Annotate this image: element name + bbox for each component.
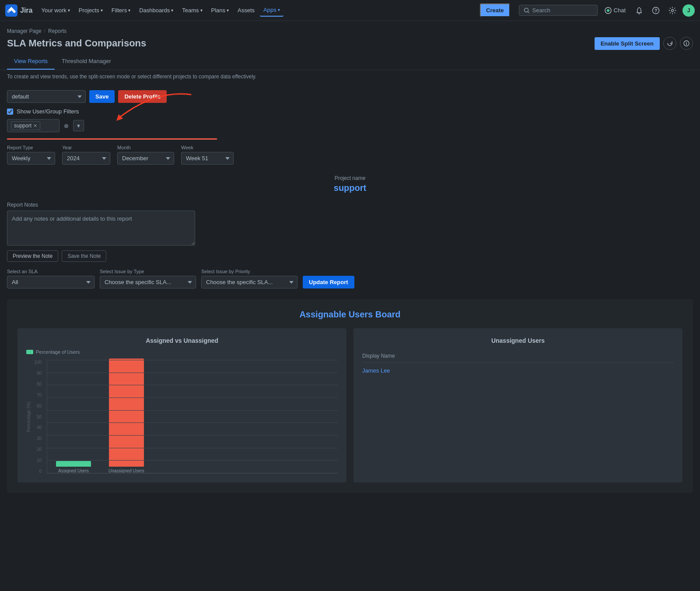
issue-type-select[interactable]: Choose the specific SLA...: [100, 276, 196, 288]
settings-button[interactable]: [666, 4, 679, 17]
avatar[interactable]: J: [682, 4, 695, 17]
show-filters-checkbox[interactable]: [7, 109, 13, 115]
table-row: James Lee: [362, 363, 674, 379]
tag-remove-button[interactable]: ✕: [33, 123, 37, 129]
bar-assigned-label: Assigned Users: [58, 468, 89, 473]
split-screen-button[interactable]: Enable Split Screen: [595, 37, 660, 50]
help-button[interactable]: ?: [649, 4, 662, 17]
chevron-down-icon: ▾: [68, 8, 70, 13]
col-display-name: Display Name: [362, 349, 674, 363]
user-james-lee[interactable]: James Lee: [362, 367, 390, 374]
project-name-section: Project name support: [7, 175, 693, 193]
nav-projects[interactable]: Projects ▾: [75, 4, 106, 16]
create-button[interactable]: Create: [480, 4, 510, 17]
profile-section: default Save Delete Profile: [7, 90, 693, 103]
preview-note-button[interactable]: Preview the Note: [7, 250, 58, 262]
page-header: Manager Page / Reports SLA Metrics and C…: [0, 21, 700, 53]
nav-assets[interactable]: Assets: [234, 4, 258, 16]
show-filters-label[interactable]: Show User/Group Filters: [17, 108, 79, 115]
chart-legend: Percentage of Users: [26, 349, 338, 355]
assignable-users-board: Assignable Users Board Assigned vs Unass…: [7, 299, 693, 493]
notes-actions: Preview the Note Save the Note: [7, 250, 693, 262]
bar-unassigned: Unassigned Users: [108, 359, 144, 473]
issue-priority-label: Select Issue by Priority: [201, 269, 298, 274]
chevron-down-icon: ▾: [278, 7, 280, 12]
delete-profile-button[interactable]: Delete Profile: [118, 90, 167, 103]
year-select[interactable]: 2024 2023 2022: [62, 152, 110, 165]
unassigned-users-table: Display Name James Lee: [362, 349, 674, 379]
nav-apps[interactable]: Apps ▾: [260, 4, 284, 17]
legend-swatch: [26, 350, 33, 354]
save-button[interactable]: Save: [89, 90, 115, 103]
week-label: Week: [181, 145, 234, 150]
grid-lines: [47, 360, 338, 473]
red-underline: [7, 138, 217, 140]
report-type-select[interactable]: Weekly Monthly Yearly: [7, 152, 55, 165]
chevron-down-icon: ▾: [227, 8, 229, 13]
year-group: Year 2024 2023 2022: [62, 145, 110, 165]
nav-right-section: Search Chat ? J: [519, 4, 695, 17]
nav-your-work[interactable]: Your work ▾: [38, 4, 73, 16]
page-title-row: SLA Metrics and Comparisons Enable Split…: [7, 37, 693, 50]
profile-select[interactable]: default: [7, 90, 86, 103]
legend-label: Percentage of Users: [36, 349, 80, 355]
refresh-button[interactable]: [663, 37, 676, 50]
sla-select-label: Select an SLA: [7, 269, 94, 274]
info-button[interactable]: [680, 37, 693, 50]
notifications-button[interactable]: [633, 4, 646, 17]
chevron-down-icon: ▾: [101, 8, 103, 13]
tag-clear-button[interactable]: ⊗: [62, 122, 70, 130]
filter-checkbox-row: Show User/Group Filters: [7, 108, 693, 115]
support-tag: support ✕: [11, 121, 40, 130]
tabs-row: View Reports Threshold Manager: [0, 53, 700, 70]
search-placeholder: Search: [532, 7, 550, 14]
y-axis-label: Percentage (%): [26, 360, 31, 474]
bar-unassigned-block: [109, 359, 144, 467]
tag-dropdown-button[interactable]: ▾: [73, 120, 84, 131]
search-box[interactable]: Search: [519, 5, 598, 16]
tab-threshold-manager[interactable]: Threshold Manager: [55, 53, 118, 70]
tab-view-reports[interactable]: View Reports: [7, 53, 55, 70]
nav-filters[interactable]: Filters ▾: [108, 4, 134, 16]
issue-type-group: Select Issue by Type Choose the specific…: [100, 269, 196, 288]
notes-textarea[interactable]: [7, 211, 195, 246]
table-title: Unassigned Users: [362, 337, 674, 344]
bar-assigned: Assigned Users: [56, 461, 91, 473]
project-name-value: support: [7, 183, 693, 193]
month-select[interactable]: December November October: [117, 152, 174, 165]
save-note-button[interactable]: Save the Note: [62, 250, 106, 262]
svg-rect-0: [5, 4, 18, 17]
nav-dashboards[interactable]: Dashboards ▾: [136, 4, 177, 16]
issue-type-label: Select Issue by Type: [100, 269, 196, 274]
report-type-row: Report Type Weekly Monthly Yearly Year 2…: [7, 145, 693, 165]
breadcrumb: Manager Page / Reports: [7, 28, 693, 34]
page-title: SLA Metrics and Comparisons: [7, 38, 146, 49]
week-select[interactable]: Week 51 Week 50 Week 49: [181, 152, 234, 165]
bell-icon: [635, 7, 643, 14]
search-icon: [524, 7, 530, 14]
report-type-label: Report Type: [7, 145, 55, 150]
chevron-down-icon: ▾: [128, 8, 130, 13]
issue-priority-select[interactable]: Choose the specific SLA...: [201, 276, 298, 288]
bar-unassigned-label: Unassigned Users: [108, 468, 144, 473]
chevron-down-icon: ▾: [200, 8, 203, 13]
breadcrumb-manager-page[interactable]: Manager Page: [7, 28, 42, 34]
help-icon: ?: [652, 7, 660, 14]
title-actions: Enable Split Screen: [595, 37, 693, 50]
nav-teams[interactable]: Teams ▾: [178, 4, 206, 16]
report-notes-label: Report Notes: [7, 202, 693, 208]
breadcrumb-reports: Reports: [48, 28, 66, 34]
chat-button[interactable]: Chat: [601, 4, 629, 17]
description-bar: To create and view trends, use the split…: [0, 70, 700, 83]
update-report-button[interactable]: Update Report: [303, 276, 354, 288]
nav-plans[interactable]: Plans ▾: [208, 4, 233, 16]
tag-input[interactable]: support ✕: [7, 119, 60, 132]
issue-priority-group: Select Issue by Priority Choose the spec…: [201, 269, 298, 288]
chevron-down-icon: ▾: [171, 8, 173, 13]
jira-logo[interactable]: Jira: [5, 4, 32, 17]
chart-panel: Assigned vs Unassigned Percentage of Use…: [18, 328, 346, 482]
sla-select[interactable]: All: [7, 276, 94, 288]
svg-point-3: [607, 9, 609, 12]
month-label: Month: [117, 145, 174, 150]
profile-row: default Save Delete Profile: [7, 90, 693, 103]
